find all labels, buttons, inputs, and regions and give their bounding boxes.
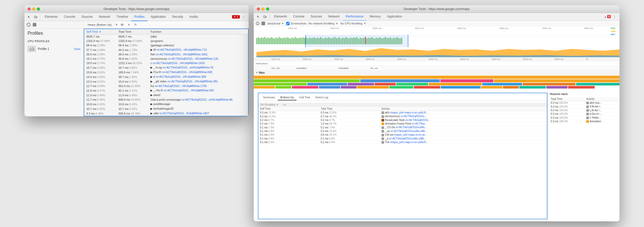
popup-tab-event-log[interactable]: Event Log — [313, 95, 331, 100]
popup-table-row[interactable]: 0.1 ms 6.8%0.1 ms 6.8%_.ji rs=ACT9oGqRZG… — [258, 137, 547, 140]
activity-link[interactable]: rs=ACT9oGqRZGGxuWo... — [396, 126, 427, 129]
table-row[interactable]: 19.1 ms 0.75%46.6 ms 1.82%(anonymous) rs… — [84, 57, 248, 61]
right-more-icon[interactable]: ⋮ — [612, 14, 617, 20]
table-row[interactable]: 26.5 ms 1.04%26.5 ms 1.04%fwb rs=ACT9oGq… — [84, 52, 248, 57]
more-options-icon[interactable]: ⋮ — [241, 14, 247, 20]
popup-table-row[interactable]: 0.2 ms 13.2%0.7 ms 38.4%(anonymous) rs=A… — [258, 115, 547, 118]
table-row[interactable]: 27.7 ms 1.08%44.2 ms 1.73%▶ t9 rs=ACT9oG… — [84, 48, 248, 52]
col-function[interactable]: Function — [148, 29, 248, 34]
table-row[interactable]: 9626.7 ms9626.7 ms(idle) — [84, 34, 248, 39]
function-link[interactable]: rs=ACT9oGqRZGG...KUlqM95Hw:1807 — [159, 112, 209, 115]
cpu-throttle-dropdown[interactable]: ▼ — [363, 22, 366, 25]
table-row[interactable]: 9.3 ms 0.36%505.8 ms 19.78%▶ uAb rs=ACT9… — [84, 111, 248, 116]
function-link[interactable]: rs=ACT9oGqRZGG...wVKUlqM95Hw:78 — [163, 66, 213, 69]
function-link[interactable]: rs=ACT9oGqRZGG...wVKUlqM95Hw:88 — [182, 98, 232, 101]
popup-col-total[interactable]: Total Time — [319, 107, 380, 111]
tab-network[interactable]: Network — [96, 13, 113, 21]
activity-link[interactable]: rs=ACT9oGqRZGGxuWo-z8Bl... — [389, 137, 426, 140]
right-inspect-icon[interactable] — [256, 14, 261, 20]
popup-table-row[interactable]: 0.1 ms 7.3%1.2 ms 64.7%Animation Frame F… — [258, 122, 547, 126]
js-dropdown[interactable]: ▼ — [281, 22, 284, 25]
record-button[interactable] — [27, 23, 31, 27]
popup-table-row[interactable]: 0.1 ms 6.8%0.6 ms 34.1%VJb.wa /maps/_js/… — [258, 133, 547, 137]
table-row[interactable]: 16.7 ms 0.65%16.7 ms 0.65%▶ _.H.og rs=AC… — [84, 65, 248, 70]
close-button[interactable] — [28, 7, 31, 11]
popup-table-row[interactable]: 0.1 ms 6.4%0.1 ms 6.4%TVe /maps/_js/k=ma… — [258, 140, 547, 144]
device-icon[interactable] — [33, 14, 38, 20]
right-tab-performance[interactable]: Performance — [343, 13, 367, 21]
sidebar-profile-item[interactable]: Profile 1 Save — [24, 44, 83, 54]
activity-link[interactable]: /maps/_js/k=maps.m.en.ye... — [394, 133, 427, 136]
activity-link[interactable]: /maps/_js/k=maps.m.en.yeALR... — [390, 111, 428, 114]
save-profile-button[interactable]: Save — [74, 47, 80, 50]
tab-timeline[interactable]: Timeline — [113, 13, 131, 21]
col-total-time[interactable]: Total Time — [116, 29, 149, 34]
record-toggle[interactable] — [256, 22, 259, 25]
heaviest-row[interactable]: 0.3 ms 100.0%LJb.Aa /... — [550, 108, 617, 112]
tab-profiles[interactable]: Profiles — [131, 13, 148, 21]
error-badge[interactable]: ✕ 1 — [232, 15, 240, 19]
popup-tab-call-tree[interactable]: Call Tree — [296, 95, 313, 100]
function-link[interactable]: rs=ACT9oGqRZGG...VKUlqM95Hw:1661 — [156, 53, 207, 56]
heaviest-row[interactable]: 0.3 ms 100.0%Animation — [550, 119, 617, 123]
table-row[interactable]: 11.9 ms 0.46%11.9 ms 0.46%▶ atan2 — [84, 93, 248, 98]
right-tab-elements[interactable]: Elements — [271, 13, 290, 21]
table-row[interactable]: 12.0 ms 0.47%82.1 ms 3.21%▶ _.rYe.R rs=A… — [84, 88, 248, 93]
heaviest-row[interactable]: 0.3 ms 100.0%aKb /ma... — [550, 101, 617, 105]
popup-col-self[interactable]: Self Time — [258, 107, 319, 111]
function-link[interactable]: rs=ACT9oGqRZGG...VKUlqM95Hw:389 — [156, 75, 206, 78]
selection-region[interactable] — [305, 35, 408, 47]
clear-recording-icon[interactable] — [261, 22, 265, 25]
popup-table-row[interactable]: 0.2 ms 8.7%0.2 ms 8.7%Recalculate Style … — [258, 118, 547, 122]
activity-link[interactable]: rs=ACT9oo... — [412, 122, 427, 125]
stop-icon[interactable] — [33, 23, 36, 27]
function-link[interactable]: rs=ACT9oGqRZGG...VKUlqM95Hw:593 — [164, 89, 214, 92]
tab-elements[interactable]: Elements — [42, 13, 61, 21]
right-tab-sources[interactable]: Sources — [308, 13, 325, 21]
function-link[interactable]: rs=ACT9oGqRZGG...VKUlqM95Hw:1799 — [155, 84, 207, 88]
table-row[interactable]: 12.7 ms 0.50%561.0 ms 21.94%Ka rs=ACT9oG… — [84, 84, 248, 88]
clear-icon[interactable]: ✕ — [126, 22, 131, 27]
popup-tab-summary[interactable]: Summary — [260, 95, 278, 100]
activity-link[interactable]: rs=ACT9oGqRZGGxuWo-z8B... — [391, 130, 427, 133]
popup-tab-bottom-up[interactable]: Bottom-Up — [278, 95, 296, 100]
function-link[interactable]: rs=ACT9oGqRZGG...VKUlqM95Hw:713 — [157, 48, 207, 51]
tab-audits[interactable]: Audits — [186, 13, 201, 21]
table-row[interactable]: 10.7 ms 0.42%10.7 ms 0.42%▶ texSubImage2… — [84, 107, 248, 111]
heaviest-row[interactable]: 0.3 ms 100.0%iLGa rs=... — [550, 112, 617, 116]
table-row[interactable]: 19.0 ms 0.74%1151.3 ms 45.02%c rs=ACT9oG… — [84, 61, 248, 65]
network-throttle-dropdown[interactable]: ▼ — [335, 22, 338, 25]
table-row[interactable]: 15.8 ms 0.62%180.0 ms 7.04%▶ F1e.R rs=AC… — [84, 70, 248, 75]
heaviest-row[interactable]: 0.3 ms 100.0%c /maps... — [550, 116, 617, 119]
tab-security[interactable]: Security — [169, 13, 186, 21]
right-tab-application[interactable]: Application — [384, 13, 405, 21]
heaviest-row[interactable]: 0.3 ms 100.0%VJb.wa /... — [550, 105, 617, 108]
eye-icon[interactable] — [120, 22, 125, 27]
table-row[interactable]: 58.4 ms 2.29%58.4 ms 2.29%(garbage colle… — [84, 43, 248, 48]
inspect-icon[interactable] — [27, 14, 32, 20]
refresh-icon[interactable]: ↻ — [133, 22, 138, 27]
function-link[interactable]: rs=ACT9oGqRZGG...VKUlqM95Hw:838 — [162, 71, 212, 74]
tab-sources[interactable]: Sources — [78, 13, 96, 21]
activity-link[interactable]: /maps/_js/k=maps.m.en.yeALR... — [390, 141, 428, 144]
table-row[interactable]: 1202.9 ms 47.04%1202.9 ms 47.04%(program… — [84, 39, 248, 43]
table-row[interactable]: 14.3 ms 0.56%39.7 ms 1.55%▶ d rs=ACT9oGq… — [84, 75, 248, 79]
right-tab-console[interactable]: Console — [290, 13, 308, 21]
activity-link[interactable]: rs=ACT9oGqRZGG... — [405, 119, 430, 121]
popup-table-row[interactable]: 0.1 ms 6.8%0.3 ms 13.6%_.zp rs=ACT9oGqRZ… — [258, 129, 547, 133]
right-minimize-button[interactable] — [261, 7, 265, 11]
right-tab-network[interactable]: Network — [325, 13, 343, 21]
right-close-button[interactable] — [257, 7, 260, 11]
col-self-time[interactable]: Self Time ▼ — [84, 29, 116, 34]
maximize-button[interactable] — [37, 7, 40, 11]
function-link[interactable]: rs=ACT9oGqRZGG...VKUlqM95Hw:1929 — [153, 62, 205, 65]
right-maximize-button[interactable] — [266, 7, 269, 11]
activity-link[interactable]: rs=ACT9oGqRZGGx... — [401, 115, 427, 118]
popup-table-row[interactable]: 0.3 ms 13.9%0.3 ms 13.9%aKb /maps/_js/k=… — [258, 111, 547, 115]
table-row[interactable]: 10.8 ms 0.42%10.8 ms 0.42%▶ postMessage — [84, 102, 248, 107]
main-collapse-arrow[interactable]: ▼ — [256, 72, 258, 74]
screenshots-checkbox[interactable] — [286, 22, 290, 25]
tab-console[interactable]: Console — [61, 13, 78, 21]
table-row[interactable]: 11.7 ms 0.46%506.9 ms 19.82%Oda.b.port1.… — [84, 98, 248, 102]
profiler-mode-select[interactable]: Heavy (Bottom Up) — [86, 22, 114, 27]
